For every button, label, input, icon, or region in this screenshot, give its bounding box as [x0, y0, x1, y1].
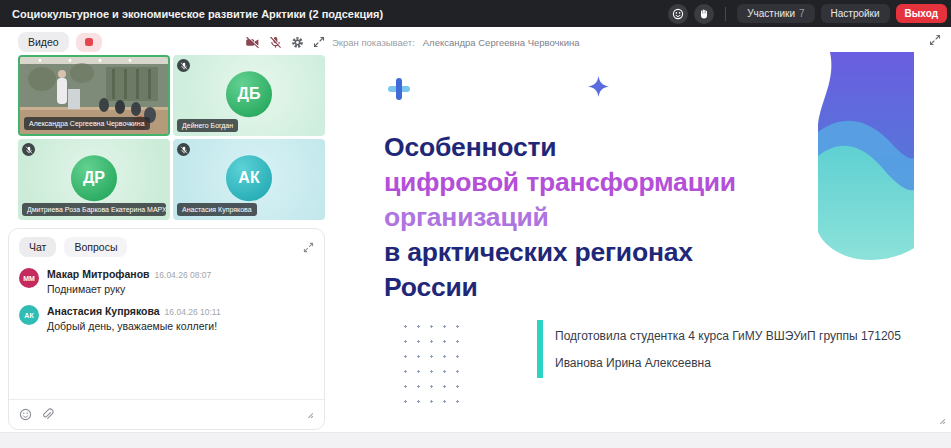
message-author: Анастасия Купрякова16.04.26 10:11 — [47, 305, 221, 317]
screen-share-header: Экран показывает: Александра Сергеевна Ч… — [332, 34, 944, 50]
mic-off-icon — [180, 62, 188, 70]
exit-button[interactable]: Выход — [896, 4, 947, 23]
slide-title: Особенности цифровой трансформации орган… — [384, 130, 736, 305]
title-line: Особенности — [384, 130, 736, 165]
tile-name-label: Анастасия Купрякова — [177, 203, 257, 216]
message-body: Анастасия Купрякова16.04.26 10:11 Добрый… — [47, 305, 221, 332]
bottom-strip — [0, 432, 951, 448]
gear-icon[interactable] — [291, 36, 304, 49]
accent-bar — [537, 320, 543, 378]
video-tile-participant[interactable]: ДБ Дейнего Богдан — [173, 55, 325, 136]
chat-message: АК Анастасия Купрякова16.04.26 10:11 Доб… — [9, 300, 324, 337]
reactions-smiley-button[interactable] — [668, 4, 688, 24]
top-bar: Социокультурное и экономическое развитие… — [0, 0, 951, 27]
emoji-picker-icon[interactable] — [19, 408, 32, 421]
message-text: Поднимает руку — [47, 283, 211, 295]
credit-line: Иванова Ирина Алексеевна — [555, 350, 901, 377]
expand-video-icon[interactable] — [313, 36, 325, 48]
author-name: Макар Митрофанов — [47, 268, 150, 280]
topbar-divider — [725, 7, 726, 21]
record-dot-icon — [85, 38, 93, 46]
avatar: АК — [226, 155, 272, 201]
meeting-title: Социокультурное и экономическое развитие… — [12, 8, 383, 20]
message-author: Макар Митрофанов16.04.26 08:07 — [47, 268, 211, 280]
hand-icon — [698, 8, 710, 20]
slide-credit: Подготовила студентка 4 курса ГиМУ ВШЭУи… — [555, 323, 901, 377]
mic-muted-badge — [177, 143, 190, 156]
mic-muted-badge — [177, 59, 190, 72]
chat-input-bar[interactable] — [9, 399, 324, 429]
message-body: Макар Митрофанов16.04.26 08:07 Поднимает… — [47, 268, 211, 295]
title-line: в арктических регионах — [384, 235, 736, 270]
avatar: ДБ — [226, 71, 272, 117]
participants-label: Участники — [747, 8, 795, 19]
screen-share-label: Экран показывает: — [332, 37, 415, 48]
video-header-controls — [245, 36, 325, 49]
participants-count: 7 — [799, 8, 805, 19]
attach-file-icon[interactable] — [41, 408, 54, 421]
camera-off-icon[interactable] — [245, 36, 260, 49]
tile-name-label: Александра Сергеевна Червочкина — [24, 117, 150, 130]
mic-off-icon — [180, 146, 188, 154]
smiley-icon — [672, 8, 684, 20]
participants-button[interactable]: Участники 7 — [737, 4, 814, 23]
raise-hand-button[interactable] — [694, 4, 714, 24]
mic-off-icon — [25, 146, 33, 154]
video-tile-grid: Александра Сергеевна Червочкина ДБ Дейне… — [18, 55, 325, 220]
video-panel-header: Видео — [18, 32, 325, 52]
tab-chat[interactable]: Чат — [19, 237, 56, 257]
title-line: цифровой трансформации — [384, 165, 736, 200]
settings-label: Настройки — [831, 8, 880, 19]
sparkle-icon — [588, 76, 609, 97]
title-line: организаций — [384, 200, 736, 235]
mic-muted-badge — [22, 143, 35, 156]
video-tile-participant[interactable]: ДР Дмитриева Роза Баркова Екатерина МАРХ… — [18, 139, 170, 220]
video-tile-presenter[interactable]: Александра Сергеевна Червочкина — [18, 55, 170, 136]
message-text: Добрый день, уважаемые коллеги! — [47, 320, 221, 332]
tile-name-label: Дмитриева Роза Баркова Екатерина МАРХИ — [22, 203, 166, 216]
video-tile-participant[interactable]: АК Анастасия Купрякова — [173, 139, 325, 220]
chat-tabs: Чат Вопросы — [9, 229, 324, 263]
avatar: ДР — [71, 155, 117, 201]
message-timestamp: 16.04.26 10:11 — [165, 307, 221, 317]
settings-button[interactable]: Настройки — [821, 4, 890, 23]
tab-questions[interactable]: Вопросы — [64, 237, 127, 257]
expand-chat-icon[interactable] — [303, 242, 314, 253]
tab-video[interactable]: Видео — [18, 32, 69, 52]
wave-decoration — [818, 52, 914, 260]
chat-message: ММ Макар Митрофанов16.04.26 08:07 Подним… — [9, 263, 324, 300]
chat-resize-handle[interactable] — [305, 410, 314, 419]
share-resize-handle[interactable] — [937, 416, 946, 425]
chat-panel: Чат Вопросы ММ Макар Митрофанов16.04.26 … — [8, 228, 325, 430]
screen-share-presenter: Александра Сергеевна Червочкина — [423, 37, 580, 48]
meeting-app-window: Социокультурное и экономическое развитие… — [0, 0, 951, 448]
top-bar-actions: Участники 7 Настройки Выход — [668, 4, 947, 24]
tile-name-label: Дейнего Богдан — [177, 119, 238, 132]
dots-decoration — [398, 318, 460, 406]
author-name: Анастасия Купрякова — [47, 305, 160, 317]
credit-line: Подготовила студентка 4 курса ГиМУ ВШЭУи… — [555, 323, 901, 350]
mic-off-icon[interactable] — [269, 36, 282, 49]
avatar: АК — [19, 305, 39, 325]
shared-slide: Особенности цифровой трансформации орган… — [332, 52, 914, 422]
expand-share-icon[interactable] — [929, 34, 941, 46]
plus-decoration-icon — [388, 78, 410, 100]
avatar: ММ — [19, 268, 39, 288]
message-timestamp: 16.04.26 08:07 — [155, 270, 212, 280]
title-line: России — [384, 270, 736, 305]
record-indicator[interactable] — [76, 33, 102, 52]
